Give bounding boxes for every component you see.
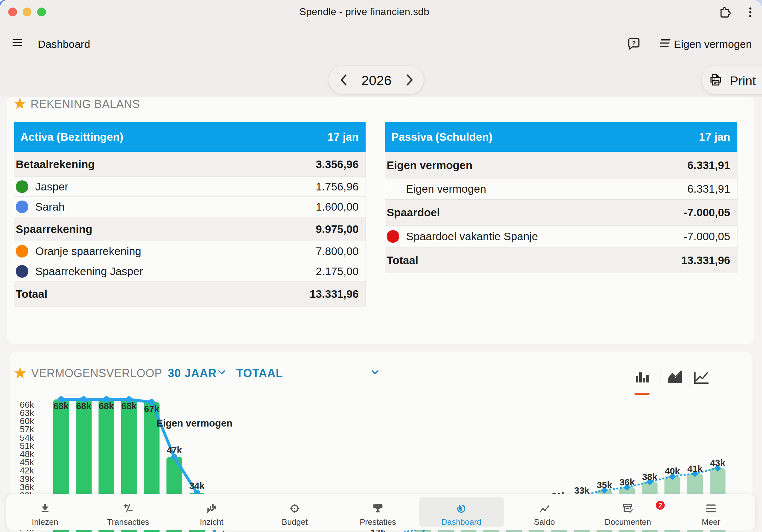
svg-text:34k: 34k xyxy=(189,481,205,491)
svg-text:Eigen vermogen: Eigen vermogen xyxy=(157,418,232,429)
svg-text:47k: 47k xyxy=(167,445,182,455)
svg-text:16k: 16k xyxy=(212,530,227,532)
svg-text:41k: 41k xyxy=(687,464,703,474)
svg-text:38k: 38k xyxy=(642,472,657,482)
svg-text:68k: 68k xyxy=(121,401,137,411)
svg-text:43k: 43k xyxy=(710,458,725,468)
svg-text:68k: 68k xyxy=(99,401,114,411)
svg-text:?: ? xyxy=(632,40,636,46)
svg-text:67k: 67k xyxy=(144,404,159,414)
svg-text:36k: 36k xyxy=(619,477,635,487)
svg-text:68k: 68k xyxy=(53,401,69,411)
svg-text:40k: 40k xyxy=(665,466,680,476)
svg-text:35k: 35k xyxy=(597,480,612,490)
svg-text:68k: 68k xyxy=(76,401,92,411)
